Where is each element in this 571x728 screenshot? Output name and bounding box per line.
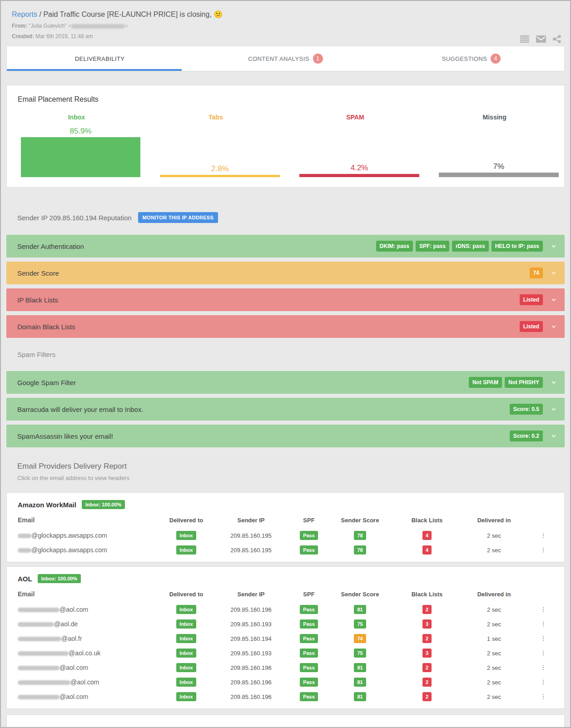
sender-ip-cell: 209.85.160.196 — [216, 693, 286, 700]
provider-card-aol: AOL Inbox: 100.00% Email Delivered to Se… — [6, 566, 565, 709]
spf-result-badge: Pass — [300, 692, 318, 701]
delivered-in-cell: 2 sec — [466, 621, 522, 628]
delivered-to-badge: Inbox — [176, 531, 196, 540]
breadcrumb-separator: / — [37, 10, 43, 18]
row-menu-icon[interactable]: ⋮ — [522, 607, 564, 612]
tab-bar: DELIVERABILITY CONTENT ANALYSIS 1 SUGGES… — [6, 46, 565, 71]
delivered-in-cell: 2 sec — [466, 650, 522, 657]
spf-result-badge: Pass — [300, 663, 318, 672]
email-placement-card: Email Placement Results Inbox 85.9% Tabs… — [6, 85, 565, 188]
list-icon[interactable] — [520, 35, 529, 43]
delivered-to-badge: Inbox — [176, 692, 196, 701]
sender-score-badge: 74 — [354, 634, 366, 643]
tab-deliverability[interactable]: DELIVERABILITY — [7, 46, 193, 71]
helo-badge: HELO to IP: pass — [492, 241, 543, 252]
reports-link[interactable]: Reports — [12, 10, 37, 18]
placement-chart: Inbox 85.9% Tabs 2.8% SPAM 4.2% Missing … — [7, 114, 564, 177]
delivered-to-badge: Inbox — [176, 678, 196, 687]
row-menu-icon[interactable]: ⋮ — [522, 548, 564, 552]
table-row: @aol.de Inbox 209.85.160.193 Pass 75 3 2… — [7, 617, 564, 631]
chevron-down-icon — [550, 243, 557, 250]
breadcrumb: Reports / Paid Traffic Course [RE-LAUNCH… — [12, 10, 559, 19]
spamassassin-score-badge: Score: 0.2 — [510, 431, 543, 441]
spam-filters-label: Spam Filters — [6, 351, 565, 358]
row-menu-icon[interactable]: ⋮ — [522, 680, 564, 684]
sender-ip-cell: 209.85.160.193 — [216, 650, 286, 657]
missing-bar — [439, 173, 559, 177]
spf-result-badge: Pass — [300, 634, 318, 643]
email-address-link[interactable]: @glockapps.awsapps.com — [18, 546, 157, 554]
provider-table: Email Delivered to Sender IP SPF Sender … — [7, 512, 564, 557]
accordion-sender-authentication[interactable]: Sender Authentication DKIM: pass SPF: pa… — [6, 235, 565, 258]
black-lists-badge: 2 — [422, 678, 432, 687]
delivered-to-badge: Inbox — [176, 619, 196, 629]
inbox-rate-badge: Inbox: 100.00% — [82, 500, 125, 509]
chevron-down-icon — [550, 432, 557, 440]
monitor-ip-button[interactable]: MONITOR THIS IP ADDRESS — [138, 212, 218, 223]
accordion-ip-black-lists[interactable]: IP Black Lists Listed — [6, 288, 565, 311]
sender-score-badge: 78 — [354, 531, 366, 540]
table-row: @aol.com Inbox 209.85.160.196 Pass 81 2 … — [7, 675, 564, 689]
delivered-in-cell: 2 sec — [466, 664, 522, 671]
content-analysis-count-badge: 1 — [313, 54, 323, 64]
black-lists-badge: 3 — [422, 649, 432, 658]
row-menu-icon[interactable]: ⋮ — [522, 636, 564, 641]
accordion-spamassassin[interactable]: SpamAssassin likes your email! Score: 0.… — [6, 425, 565, 447]
email-address-link[interactable]: @aol.co.uk — [18, 649, 157, 657]
chart-column-spam: SPAM 4.2% — [286, 114, 425, 177]
email-address-link[interactable]: @aol.com — [18, 678, 157, 686]
row-menu-icon[interactable]: ⋮ — [522, 665, 564, 670]
black-lists-badge: 2 — [422, 663, 432, 672]
share-icon[interactable] — [553, 35, 561, 43]
spf-badge: SPF: pass — [416, 241, 449, 252]
redacted-from-email — [71, 24, 125, 29]
sender-score-badge: 75 — [354, 619, 366, 629]
email-address-link[interactable]: @glockapps.awsapps.com — [18, 532, 157, 539]
row-menu-icon[interactable]: ⋮ — [522, 533, 564, 538]
delivery-report-title: Email Providers Delivery Report — [17, 462, 565, 471]
spf-result-badge: Pass — [300, 649, 318, 658]
created-line: Created: Mar 6th 2019, 11:48 am — [12, 33, 559, 40]
tabs-bar — [160, 175, 280, 177]
table-row: @aol.com Inbox 209.85.160.196 Pass 81 2 … — [7, 602, 564, 617]
email-address-link[interactable]: @aol.com — [18, 664, 157, 671]
table-row: @aol.co.uk Inbox 209.85.160.193 Pass 75 … — [7, 646, 564, 660]
provider-name: Amazon WorkMail — [18, 501, 76, 509]
sender-score-badge: 81 — [354, 678, 366, 687]
delivered-to-badge: Inbox — [176, 545, 196, 555]
email-address-link[interactable]: @aol.com — [18, 693, 157, 700]
email-address-link[interactable]: @aol.de — [18, 620, 157, 628]
accordion-domain-black-lists[interactable]: Domain Black Lists Listed — [6, 315, 565, 338]
mail-icon[interactable] — [536, 35, 546, 43]
accordion-google-spam-filter[interactable]: Google Spam Filter Not SPAM Not PHISHY — [6, 371, 565, 394]
chevron-down-icon — [550, 379, 557, 386]
row-menu-icon[interactable]: ⋮ — [522, 651, 564, 655]
tab-content-analysis[interactable]: CONTENT ANALYSIS 1 — [193, 46, 378, 71]
chart-column-missing: Missing 7% — [425, 114, 564, 177]
delivered-to-badge: Inbox — [176, 649, 196, 658]
black-lists-badge: 2 — [422, 692, 432, 701]
sender-score-badge: 78 — [354, 545, 366, 555]
spf-result-badge: Pass — [300, 619, 318, 629]
spf-result-badge: Pass — [300, 678, 318, 687]
rdns-badge: rDNS: pass — [452, 241, 489, 252]
accordion-barracuda[interactable]: Barracuda will deliver your email to Inb… — [6, 398, 565, 421]
sender-ip-row: Sender IP 209.85.160.194 Reputation MONI… — [6, 212, 565, 223]
black-lists-badge: 4 — [422, 531, 432, 540]
email-address-link[interactable]: @aol.fr — [18, 635, 157, 642]
suggestions-count-badge: 4 — [491, 54, 501, 64]
row-menu-icon[interactable]: ⋮ — [522, 694, 564, 699]
black-lists-badge: 3 — [422, 619, 432, 629]
email-address-link[interactable]: @aol.com — [18, 606, 157, 613]
from-line: From: "Julia Gulevich" <> — [12, 23, 559, 29]
tab-suggestions[interactable]: SUGGESTIONS 4 — [378, 46, 564, 71]
accordion-sender-score[interactable]: Sender Score 74 — [6, 262, 565, 284]
chevron-down-icon — [550, 323, 557, 330]
created-value: Mar 6th 2019, 11:48 am — [35, 33, 93, 40]
row-menu-icon[interactable]: ⋮ — [522, 622, 564, 626]
report-page: Reports / Paid Traffic Course [RE-LAUNCH… — [0, 0, 571, 728]
table-header-row: Email Delivered to Sender IP SPF Sender … — [7, 586, 564, 602]
sender-score-badge: 75 — [354, 649, 366, 658]
provider-table: Email Delivered to Sender IP SPF Sender … — [7, 586, 564, 704]
delivered-to-badge: Inbox — [176, 605, 196, 614]
